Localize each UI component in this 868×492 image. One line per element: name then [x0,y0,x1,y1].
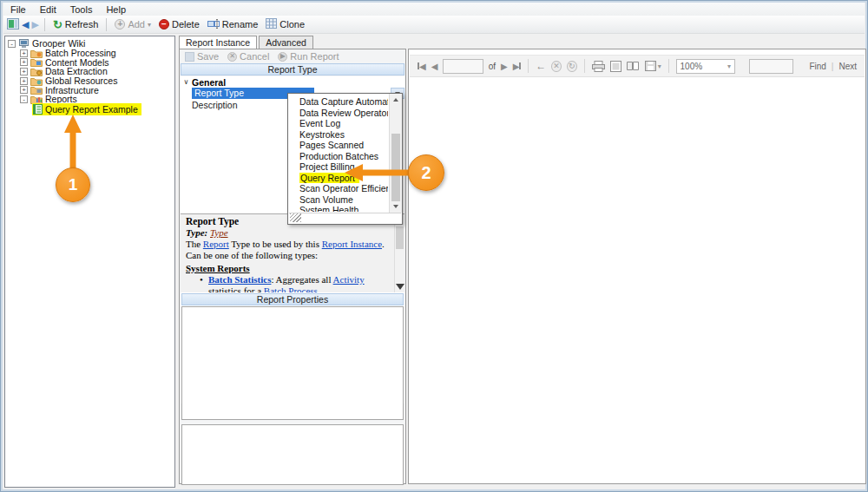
expander-icon[interactable]: + [20,49,28,57]
nav-back-icon[interactable]: ◀ [22,20,29,30]
expander-icon[interactable]: + [20,58,28,66]
dropdown-item[interactable]: Project Billing [289,161,388,173]
dropdown-item[interactable]: Data Review Operators [289,108,388,119]
cancel-button[interactable]: ✕ Cancel [227,51,269,62]
page-number-input[interactable] [443,59,483,74]
scrollbar-thumb[interactable] [391,134,400,201]
dropdown-items: Data Capture Automation Data Review Oper… [289,96,388,212]
report-type-dropdown-list: Data Capture Automation Data Review Oper… [287,93,403,225]
toolbar-separator [528,59,529,73]
dropdown-item[interactable]: Scan Operator Efficiency [289,183,388,194]
menu-help[interactable]: Help [99,3,133,16]
find-button[interactable]: Find [809,62,825,71]
print-icon[interactable] [592,61,605,72]
help-text: statistics for a [208,285,264,292]
rename-label: Rename [222,19,259,30]
expander-icon[interactable]: + [20,68,28,75]
expander-icon[interactable]: - [8,40,16,48]
chevron-down-icon: ∨ [181,78,192,86]
scrollbar-thumb[interactable] [396,226,404,249]
tab-report-instance[interactable]: Report Instance [179,36,257,49]
menu-edit[interactable]: Edit [33,3,63,16]
last-page-icon[interactable]: ▶ [513,62,522,71]
scroll-down-icon[interactable] [390,201,402,212]
main-toolbar: ◀ ▶ ↻ Refresh + Add ▾ − Delete Rename Cl… [3,16,865,34]
previous-page-icon[interactable]: ◀ [431,62,438,71]
help-scrollbar[interactable] [394,214,404,292]
print-layout-icon[interactable] [610,61,621,72]
menu-file[interactable]: File [3,3,33,16]
zoom-select[interactable]: 100% ▾ [676,59,735,74]
scroll-up-icon[interactable] [390,95,402,105]
dropdown-item-query-report[interactable]: Query Report [289,173,388,184]
save-button[interactable]: Save [185,51,219,62]
dropdown-resize-strip[interactable] [289,213,401,223]
folder-icon [30,95,43,104]
callout-badge-1: 1 [56,167,90,202]
selected-node-highlight: Query Report Example [32,103,141,115]
refresh-report-icon[interactable]: ↻ [567,61,577,72]
add-caret-icon: ▾ [148,21,151,29]
tree-node-infrastructure[interactable]: + Infrastructure [5,85,174,95]
tab-advanced[interactable]: Advanced [259,36,313,49]
tree-node-reports[interactable]: - Reports [5,95,174,104]
help-text: Type to be used by this [229,239,322,249]
expander-icon[interactable]: + [20,77,28,85]
run-report-button[interactable]: ▶ Run Report [278,51,339,62]
scroll-down-icon[interactable] [396,284,404,290]
delete-button[interactable]: − Delete [156,18,202,30]
nav-forward-icon[interactable]: ▶ [31,20,38,30]
help-section-heading: System Reports [186,263,391,274]
folder-icon [30,67,43,76]
app-window: File Edit Tools Help ◀ ▶ ↻ Refresh + Add… [0,0,868,492]
help-link-batch-statistics[interactable]: Batch Statistics [208,274,271,285]
report-notes-area [181,424,404,485]
dropdown-item[interactable]: Production Batches [289,151,388,162]
help-type-link[interactable]: Type [210,227,228,238]
expander-icon[interactable]: - [20,95,28,103]
page-setup-icon[interactable] [627,61,640,71]
help-link-report[interactable]: Report [203,239,229,249]
menu-tools[interactable]: Tools [63,3,100,16]
rename-button[interactable]: Rename [205,18,261,31]
help-text: Can be one of the following types: [186,250,391,261]
dropdown-item[interactable]: Event Log [289,118,388,129]
editor-toolbar: Save ✕ Cancel ▶ Run Report [180,49,405,63]
delete-icon: − [159,19,169,30]
next-page-icon[interactable]: ▶ [501,62,508,71]
add-button[interactable]: + Add ▾ [112,18,154,30]
panel-toggle-icon[interactable] [7,18,19,31]
refresh-button[interactable]: ↻ Refresh [50,17,101,32]
clone-button[interactable]: Clone [263,17,307,31]
dropdown-item[interactable]: System Health [289,205,388,212]
save-label: Save [197,51,219,62]
property-help-panel: Report Type Type: Type The Report Type t… [181,213,404,292]
dropdown-scrollbar[interactable] [389,94,402,213]
dropdown-item[interactable]: Scan Volume [289,194,388,206]
resize-grip-icon[interactable] [290,213,301,222]
dropdown-item[interactable]: Keystrokes [289,129,388,141]
help-text: . [318,285,320,292]
report-properties-header: Report Properties [181,293,404,305]
help-link-activity[interactable]: Activity [333,274,365,285]
help-link-batch-process[interactable]: Batch Process [264,285,318,292]
expander-icon[interactable]: + [20,86,28,94]
parent-report-icon[interactable]: ← [536,60,546,72]
dropdown-item[interactable]: Data Capture Automation [289,96,388,108]
refresh-icon: ↻ [53,18,62,31]
dropdown-item[interactable]: Pages Scanned [289,140,388,151]
find-input[interactable] [749,59,794,74]
cancel-icon: ✕ [227,52,237,62]
find-next-button[interactable]: Next [838,62,857,71]
editor-tabs: Report Instance Advanced [179,36,406,49]
property-group-general[interactable]: ∨ General [181,76,404,88]
add-icon: + [115,19,125,30]
first-page-icon[interactable]: ◀ [418,62,426,71]
menu-bar: File Edit Tools Help [3,3,865,16]
folder-icon [30,76,43,86]
tree-node-query-report-example[interactable]: Query Report Example [5,104,174,115]
help-link-report-instance[interactable]: Report Instance [322,239,382,249]
stop-rendering-icon[interactable]: ✕ [551,61,562,72]
export-button[interactable]: ▾ [645,61,661,71]
toolbar-separator [44,18,45,31]
